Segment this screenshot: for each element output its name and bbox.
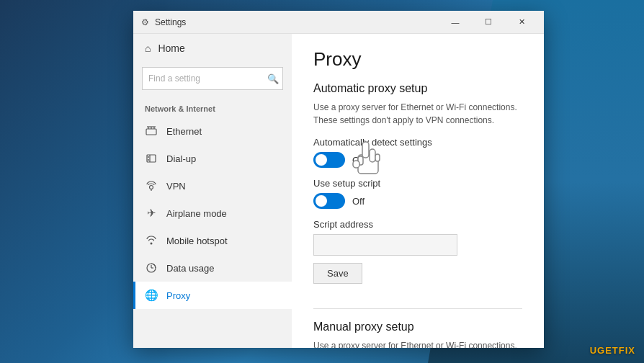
- sidebar: ⌂ Home 🔍 Network & Internet: [133, 34, 292, 348]
- setup-script-setting: Use setup script Off: [313, 178, 522, 209]
- svg-point-8: [148, 159, 149, 161]
- sidebar-home-item[interactable]: ⌂ Home: [133, 34, 292, 63]
- section-divider: [313, 308, 522, 309]
- vpn-label: VPN: [166, 181, 186, 192]
- watermark-suffix: FIX: [619, 345, 635, 356]
- window-controls: — ☐ ✕: [439, 11, 538, 34]
- watermark-accent: ET: [605, 345, 619, 356]
- home-icon: ⌂: [145, 42, 151, 54]
- sidebar-item-hotspot[interactable]: Mobile hotspot: [133, 227, 292, 254]
- hotspot-label: Mobile hotspot: [166, 236, 228, 246]
- minimize-button[interactable]: —: [439, 11, 472, 34]
- watermark: UGETFIX: [590, 345, 635, 356]
- save-button[interactable]: Save: [313, 263, 362, 284]
- sidebar-item-airplane[interactable]: ✈ Airplane mode: [133, 200, 292, 227]
- proxy-icon: 🌐: [145, 289, 158, 302]
- svg-rect-5: [147, 155, 156, 162]
- svg-point-9: [150, 186, 153, 189]
- svg-rect-0: [146, 129, 156, 135]
- vpn-icon: [145, 179, 158, 192]
- auto-detect-toggle-row: Off: [313, 152, 522, 168]
- maximize-button[interactable]: ☐: [472, 11, 505, 34]
- svg-point-11: [151, 243, 153, 245]
- close-button[interactable]: ✕: [505, 11, 538, 34]
- script-address-input[interactable]: [313, 234, 457, 256]
- proxy-label: Proxy: [166, 290, 190, 301]
- content-area: Proxy Automatic proxy setup Use a proxy …: [292, 34, 544, 348]
- hotspot-icon: [145, 234, 158, 247]
- dialup-icon: [145, 152, 158, 165]
- home-label: Home: [158, 42, 184, 54]
- auto-detect-label: Automatically detect settings: [313, 137, 522, 148]
- setup-script-toggle-row: Off: [313, 193, 522, 209]
- sidebar-section-label: Network & Internet: [133, 99, 292, 117]
- search-icon: 🔍: [267, 73, 279, 84]
- setup-script-toggle[interactable]: [313, 193, 345, 209]
- ethernet-label: Ethernet: [166, 126, 202, 137]
- settings-window-icon: ⚙: [139, 17, 151, 28]
- search-input[interactable]: [142, 67, 283, 90]
- script-address-setting: Script address Save: [313, 219, 522, 298]
- window-title: Settings: [155, 17, 439, 27]
- dialup-label: Dial-up: [166, 153, 196, 164]
- auto-detect-toggle-label: Off: [352, 155, 365, 166]
- sidebar-item-dialup[interactable]: Dial-up: [133, 145, 292, 172]
- datausage-icon: [145, 261, 158, 274]
- auto-section-desc: Use a proxy server for Ethernet or Wi-Fi…: [313, 101, 522, 127]
- script-address-label: Script address: [313, 219, 522, 230]
- sidebar-item-datausage[interactable]: Data usage: [133, 254, 292, 282]
- sidebar-item-proxy[interactable]: 🌐 Proxy: [133, 282, 292, 309]
- page-title: Proxy: [313, 48, 522, 71]
- settings-window: ⚙ Settings — ☐ ✕ ⌂ Home 🔍 Network & Inte…: [133, 11, 544, 348]
- svg-point-7: [148, 156, 149, 158]
- airplane-icon: ✈: [145, 207, 158, 220]
- airplane-label: Airplane mode: [166, 208, 227, 219]
- setup-script-toggle-label: Off: [352, 196, 365, 207]
- auto-detect-setting: Automatically detect settings Off: [313, 137, 522, 168]
- search-box: 🔍: [142, 67, 283, 90]
- ethernet-icon: [145, 125, 158, 138]
- manual-section-title: Manual proxy setup: [313, 321, 522, 333]
- title-bar: ⚙ Settings — ☐ ✕: [133, 11, 544, 34]
- auto-detect-toggle[interactable]: [313, 152, 345, 168]
- sidebar-item-vpn[interactable]: VPN: [133, 172, 292, 200]
- window-body: ⌂ Home 🔍 Network & Internet: [133, 34, 544, 348]
- setup-script-label: Use setup script: [313, 178, 522, 189]
- auto-section-title: Automatic proxy setup: [313, 82, 522, 95]
- sidebar-item-ethernet[interactable]: Ethernet: [133, 117, 292, 145]
- datausage-label: Data usage: [166, 263, 215, 274]
- watermark-prefix: UG: [590, 345, 606, 356]
- manual-section-desc: Use a proxy server for Ethernet or Wi-Fi…: [313, 339, 522, 348]
